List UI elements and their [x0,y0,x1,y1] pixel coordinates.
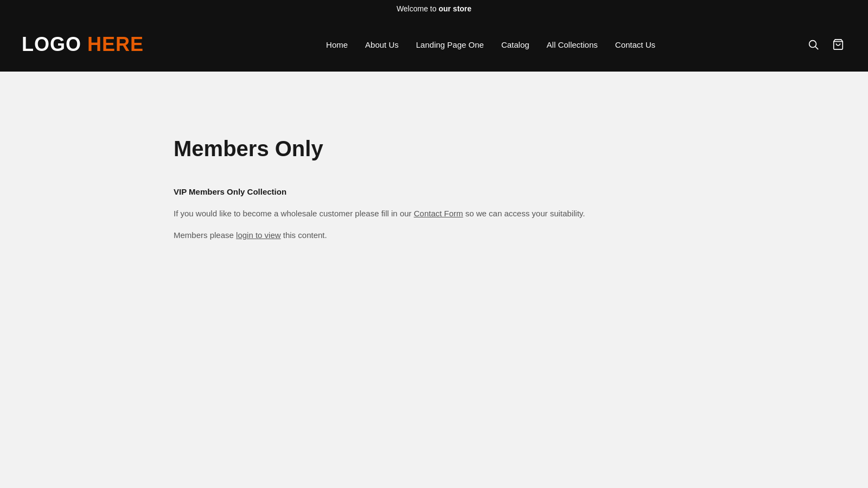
collection-subtitle: VIP Members Only Collection [174,187,868,196]
description-prefix: If you would like to become a wholesale … [174,209,414,218]
members-suffix: this content. [281,230,327,240]
nav-item-catalog[interactable]: Catalog [501,40,529,49]
search-icon [807,38,819,50]
contact-form-link[interactable]: Contact Form [414,209,463,218]
logo-part1: LOGO [22,33,81,55]
nav-item-contact-us[interactable]: Contact Us [615,40,655,49]
search-button[interactable] [805,36,821,53]
members-text: Members please login to view this conten… [174,229,868,242]
collection-description: If you would like to become a wholesale … [174,207,868,220]
logo[interactable]: LOGO HERE [22,33,144,56]
members-prefix: Members please [174,230,236,240]
description-suffix: so we can access your suitability. [463,209,585,218]
logo-part2: HERE [87,33,144,55]
cart-icon [832,38,844,50]
page-title: Members Only [174,137,868,161]
svg-line-1 [815,47,818,49]
nav-item-about-us[interactable]: About Us [365,40,399,49]
cart-button[interactable] [830,36,846,53]
announcement-link[interactable]: our store [438,4,471,13]
announcement-text: Welcome to our store [397,4,471,13]
header-icons [805,36,846,53]
main-nav: Home About Us Landing Page One Catalog A… [144,40,805,49]
logo-text: LOGO HERE [22,33,144,56]
nav-item-all-collections[interactable]: All Collections [547,40,598,49]
header: LOGO HERE Home About Us Landing Page One… [0,17,868,72]
nav-item-home[interactable]: Home [326,40,348,49]
svg-point-0 [809,41,816,48]
login-to-view-link[interactable]: login to view [236,230,281,240]
announcement-bar: Welcome to our store [0,0,868,17]
nav-item-landing-page-one[interactable]: Landing Page One [416,40,484,49]
main-content: Members Only VIP Members Only Collection… [0,72,868,488]
